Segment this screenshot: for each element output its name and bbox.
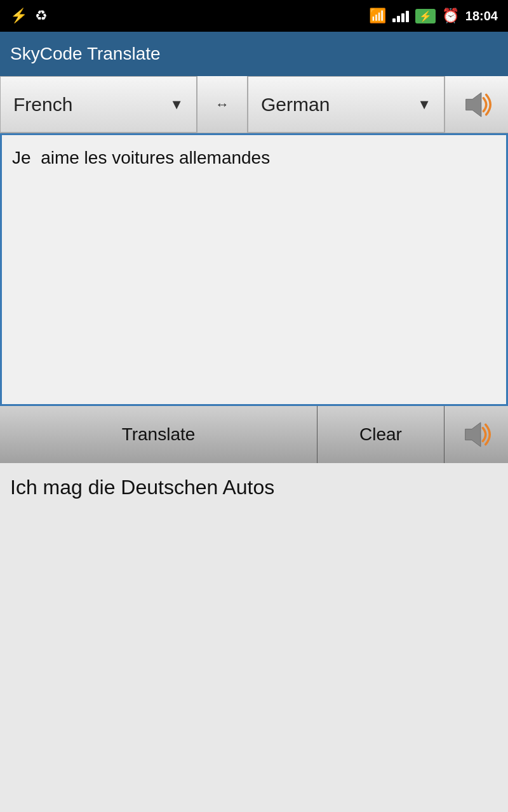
svg-marker-0: [465, 92, 481, 116]
translated-text-output: Ich mag die Deutschen Autos: [0, 463, 508, 812]
action-row: Translate Clear: [0, 406, 508, 463]
speaker-bottom-icon: [460, 418, 493, 451]
source-speaker-button[interactable]: [444, 76, 508, 133]
wifi-icon: 📶: [369, 8, 386, 24]
translate-button[interactable]: Translate: [0, 406, 318, 463]
alarm-icon: ⏰: [442, 8, 459, 24]
app-title: SkyCode Translate: [10, 44, 161, 64]
title-bar: SkyCode Translate: [0, 32, 508, 76]
swap-languages-button[interactable]: ↔: [197, 76, 248, 133]
swap-icon: ↔: [215, 96, 229, 113]
target-language-selector[interactable]: German ▼: [248, 76, 444, 133]
speaker-icon: [460, 88, 493, 121]
source-language-label: French: [13, 94, 72, 115]
source-dropdown-arrow-icon: ▼: [170, 96, 184, 113]
source-language-selector[interactable]: French ▼: [0, 76, 197, 133]
clear-button[interactable]: Clear: [318, 406, 444, 463]
battery-icon: ⚡: [415, 9, 436, 23]
status-bar: ⚡ ♻ 📶 ⚡ ⏰ 18:04: [0, 0, 508, 32]
status-left-icons: ⚡ ♻: [10, 8, 48, 24]
usb-icon: ⚡: [10, 8, 27, 24]
language-row: French ▼ ↔ German ▼: [0, 76, 508, 133]
target-dropdown-arrow-icon: ▼: [417, 96, 431, 113]
battery-label: ⚡: [419, 10, 432, 22]
target-speaker-button[interactable]: [444, 406, 508, 463]
source-text-input[interactable]: [0, 133, 508, 406]
svg-marker-1: [465, 422, 481, 447]
translated-text: Ich mag die Deutschen Autos: [10, 476, 274, 499]
status-time: 18:04: [465, 9, 498, 23]
recycle-icon: ♻: [35, 8, 48, 24]
signal-bars: [392, 10, 409, 22]
status-right-icons: 📶 ⚡ ⏰ 18:04: [369, 8, 498, 24]
target-language-label: German: [261, 94, 330, 115]
